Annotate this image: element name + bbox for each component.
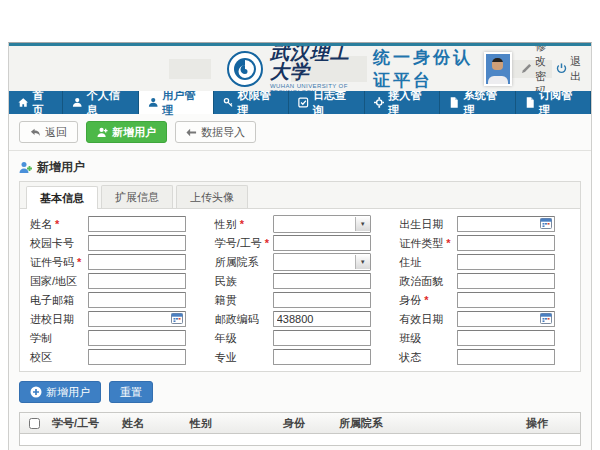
status-field: 状态 xyxy=(399,349,570,365)
campus-card-field: 校园卡号 xyxy=(30,235,201,251)
tab-extended-info[interactable]: 扩展信息 xyxy=(101,185,173,208)
identity-label: 身份 xyxy=(399,293,457,308)
calendar-icon[interactable] xyxy=(171,312,183,324)
user-icon xyxy=(148,97,158,108)
major-field: 专业 xyxy=(215,349,386,365)
nav-item-permission-management[interactable]: 权限管理 xyxy=(214,91,289,114)
department-label: 所属院系 xyxy=(215,255,273,270)
logout-link[interactable]: 退出 xyxy=(556,54,581,84)
name-input[interactable] xyxy=(88,216,186,232)
schooling-length-input[interactable] xyxy=(88,330,186,346)
entry-date-label: 进校日期 xyxy=(30,312,88,327)
major-input[interactable] xyxy=(273,349,371,365)
email-input[interactable] xyxy=(88,292,186,308)
address-input[interactable] xyxy=(457,254,555,270)
tab-upload-avatar[interactable]: 上传头像 xyxy=(176,185,248,208)
postal-code-input[interactable] xyxy=(273,311,371,327)
user-avatar xyxy=(484,52,512,86)
nav-label: 接入管理 xyxy=(388,88,430,118)
section-title: 新增用户 xyxy=(19,159,581,176)
country-region-label: 国家/地区 xyxy=(30,274,88,289)
chevron-down-icon: ▼ xyxy=(355,217,370,231)
col-identity: 身份 xyxy=(279,416,335,431)
file-icon xyxy=(525,97,535,108)
grade-input[interactable] xyxy=(273,330,371,346)
valid-date-field: 有效日期 xyxy=(399,311,570,327)
back-button[interactable]: 返回 xyxy=(19,121,78,143)
nav-label: 日志查询 xyxy=(313,88,355,118)
ethnicity-input[interactable] xyxy=(273,273,371,289)
nav-item-home[interactable]: 首页 xyxy=(9,91,63,114)
nav-item-access-management[interactable]: 接入管理 xyxy=(365,91,440,114)
schooling-length-field: 学制 xyxy=(30,330,201,346)
app-window: 武汉理工大学 WUHAN UNIVERSITY OF TECHNOLOGY 统一… xyxy=(8,42,592,450)
major-label: 专业 xyxy=(215,350,273,365)
add-user-toolbar-button[interactable]: 新增用户 xyxy=(86,121,167,143)
log-check-icon xyxy=(298,97,308,108)
nav-label: 权限管理 xyxy=(238,88,280,118)
political-status-label: 政治面貌 xyxy=(399,274,457,289)
valid-date-label: 有效日期 xyxy=(399,312,457,327)
reset-button[interactable]: 重置 xyxy=(109,381,153,403)
university-name-en: WUHAN UNIVERSITY OF TECHNOLOGY xyxy=(270,83,357,92)
class-input[interactable] xyxy=(457,330,555,346)
import-arrow-icon xyxy=(186,127,197,138)
form-actions: 新增用户 重置 xyxy=(19,381,581,403)
toolbar: 返回 新增用户 数据导入 xyxy=(9,114,591,151)
campus-input[interactable] xyxy=(88,349,186,365)
gender-label: 性别 xyxy=(215,217,273,232)
id-type-input[interactable] xyxy=(457,235,555,251)
calendar-icon[interactable] xyxy=(540,217,552,229)
data-import-button[interactable]: 数据导入 xyxy=(175,121,256,143)
nav-label: 用户管理 xyxy=(162,88,204,118)
calendar-icon[interactable] xyxy=(540,312,552,324)
user-plus-icon xyxy=(19,161,32,174)
address-field: 住址 xyxy=(399,254,570,270)
logo-swirl-icon xyxy=(233,57,257,81)
identity-input[interactable] xyxy=(457,292,555,308)
country-region-input[interactable] xyxy=(88,273,186,289)
user-table-header: 学号/工号 姓名 性别 身份 所属院系 操作 xyxy=(20,413,580,434)
id-number-input[interactable] xyxy=(88,254,186,270)
nav-label: 系统管理 xyxy=(464,88,506,118)
gender-select[interactable]: ▼ xyxy=(273,215,371,233)
student-id-input[interactable] xyxy=(273,235,371,251)
nav-item-system-management[interactable]: 系统管理 xyxy=(440,91,515,114)
nav-item-log-query[interactable]: 日志查询 xyxy=(289,91,364,114)
header-banner: 武汉理工大学 WUHAN UNIVERSITY OF TECHNOLOGY 统一… xyxy=(9,46,591,91)
new-user-form: 姓名 性别 ▼ 出生日期 校园卡号 学号/工号 证件类型 xyxy=(20,209,580,371)
power-icon xyxy=(556,63,567,74)
main-nav: 首页 个人信息 用户管理 权限管理 日志查询 接入管理 系统管理 订阅管理 xyxy=(9,91,591,114)
banner-skyline-art xyxy=(169,59,211,79)
submit-add-user-button[interactable]: 新增用户 xyxy=(19,381,101,403)
birth-date-field: 出生日期 xyxy=(399,216,570,232)
chevron-down-icon: ▼ xyxy=(355,255,370,269)
col-gender: 性别 xyxy=(186,416,279,431)
nav-label: 订阅管理 xyxy=(539,88,581,118)
political-status-field: 政治面貌 xyxy=(399,273,570,289)
campus-card-input[interactable] xyxy=(88,235,186,251)
col-department: 所属院系 xyxy=(335,416,522,431)
entry-date-field: 进校日期 xyxy=(30,311,201,327)
change-password-link[interactable]: 修改密码 xyxy=(521,46,547,91)
id-number-field: 证件号码 xyxy=(30,254,201,270)
nav-item-subscription-management[interactable]: 订阅管理 xyxy=(516,91,591,114)
department-select[interactable]: ▼ xyxy=(273,253,371,271)
home-icon xyxy=(18,97,28,108)
ethnicity-field: 民族 xyxy=(215,273,386,289)
tab-basic-info[interactable]: 基本信息 xyxy=(26,186,98,209)
nav-item-personal-info[interactable]: 个人信息 xyxy=(63,91,138,114)
grade-field: 年级 xyxy=(215,330,386,346)
campus-card-label: 校园卡号 xyxy=(30,236,88,251)
birth-date-label: 出生日期 xyxy=(399,217,457,232)
native-place-input[interactable] xyxy=(273,292,371,308)
email-field: 电子邮箱 xyxy=(30,292,201,308)
user-table: 学号/工号 姓名 性别 身份 所属院系 操作 xyxy=(19,412,581,446)
select-all-checkbox[interactable] xyxy=(29,418,40,429)
nav-item-user-management[interactable]: 用户管理 xyxy=(139,91,214,114)
campus-label: 校区 xyxy=(30,350,88,365)
col-student-id: 学号/工号 xyxy=(48,416,118,431)
political-status-input[interactable] xyxy=(457,273,555,289)
status-input[interactable] xyxy=(457,349,555,365)
class-field: 班级 xyxy=(399,330,570,346)
